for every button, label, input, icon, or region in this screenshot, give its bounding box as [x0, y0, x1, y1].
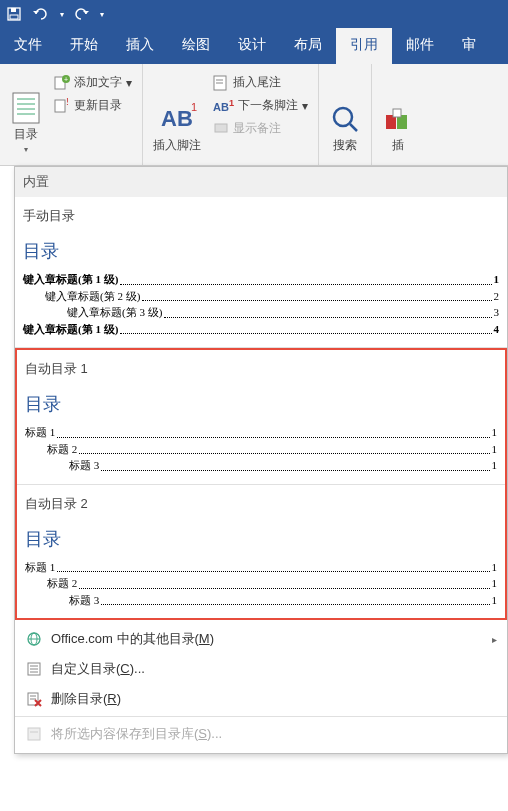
custom-toc[interactable]: 自定义目录(C)... [15, 654, 507, 684]
tab-design[interactable]: 设计 [224, 28, 280, 64]
separator [15, 716, 507, 717]
add-text-icon: + [54, 75, 70, 91]
tab-review[interactable]: 审 [448, 28, 490, 64]
ribbon-tabs: 文件 开始 插入 绘图 设计 布局 引用 邮件 审 [0, 28, 508, 64]
next-footnote-button[interactable]: AB1 下一条脚注 ▾ [209, 95, 312, 116]
svg-rect-32 [28, 728, 40, 740]
update-toc-icon: ! [54, 98, 70, 114]
chevron-down-icon: ▾ [126, 76, 132, 90]
toc-menu: Office.com 中的其他目录(M) ▸ 自定义目录(C)... 删除目录(… [15, 620, 507, 753]
toc-label: 目录 [14, 126, 38, 143]
save-gallery-icon [25, 725, 43, 743]
search-button[interactable]: 搜索 [325, 68, 365, 158]
chevron-down-icon: ▾ [302, 99, 308, 113]
save-icon[interactable] [6, 6, 22, 22]
svg-rect-2 [10, 15, 18, 19]
svg-point-17 [334, 108, 352, 126]
svg-rect-1 [11, 8, 16, 12]
gallery-auto-toc-1[interactable]: 自动目录 1 目录 标题 11 标题 21 标题 31 [17, 350, 505, 485]
gallery-manual-toc[interactable]: 手动目录 目录 键入章标题(第 1 级)1 键入章标题(第 2 级)2 键入章标… [15, 197, 507, 348]
show-notes-icon [213, 121, 229, 137]
gallery-auto-toc-2[interactable]: 自动目录 2 目录 标题 11 标题 21 标题 31 [17, 485, 505, 619]
insert-footnote-button[interactable]: AB 1 插入脚注 [149, 68, 205, 158]
insert-endnote-button[interactable]: 插入尾注 [209, 72, 312, 93]
toc-icon [10, 92, 42, 124]
tab-file[interactable]: 文件 [0, 28, 56, 64]
add-text-button[interactable]: + 添加文字 ▾ [50, 72, 136, 93]
undo-chevron-icon[interactable]: ▾ [60, 10, 64, 19]
chevron-down-icon: ▾ [24, 145, 28, 154]
group-footnotes: AB 1 插入脚注 插入尾注 AB1 下一条脚注 ▾ 显示备注 [143, 64, 319, 165]
office-more-toc[interactable]: Office.com 中的其他目录(M) ▸ [15, 624, 507, 654]
endnote-icon [213, 75, 229, 91]
tab-insert[interactable]: 插入 [112, 28, 168, 64]
toc-dropdown: 内置 手动目录 目录 键入章标题(第 1 级)1 键入章标题(第 2 级)2 键… [14, 166, 508, 754]
svg-rect-21 [393, 109, 401, 117]
insert-citation-button[interactable]: 插 [378, 68, 418, 158]
group-toc: 目录 ▾ + 添加文字 ▾ ! 更新目录 [0, 64, 143, 165]
custom-toc-icon [25, 660, 43, 678]
chevron-right-icon: ▸ [492, 634, 497, 645]
remove-toc-icon [25, 690, 43, 708]
svg-rect-3 [13, 93, 39, 123]
search-icon [329, 103, 361, 135]
group-trunc: 插 [372, 64, 424, 165]
tab-references[interactable]: 引用 [336, 28, 392, 64]
tab-home[interactable]: 开始 [56, 28, 112, 64]
citation-icon [382, 103, 414, 135]
update-toc-button[interactable]: ! 更新目录 [50, 95, 136, 116]
quick-access-toolbar: ▾ ▾ [6, 6, 104, 22]
manual-preview: 目录 键入章标题(第 1 级)1 键入章标题(第 2 级)2 键入章标题(第 3… [21, 235, 501, 341]
footnote-icon: AB 1 [161, 103, 193, 135]
globe-icon [25, 630, 43, 648]
qat-chevron-icon[interactable]: ▾ [100, 10, 104, 19]
titlebar: ▾ ▾ [0, 0, 508, 28]
tab-draw[interactable]: 绘图 [168, 28, 224, 64]
svg-rect-11 [55, 100, 65, 112]
toc-button[interactable]: 目录 ▾ [6, 68, 46, 158]
group-research: 搜索 [319, 64, 372, 165]
svg-rect-16 [215, 124, 227, 132]
svg-text:+: + [64, 76, 68, 83]
svg-text:!: ! [66, 98, 69, 107]
highlight-box: 自动目录 1 目录 标题 11 标题 21 标题 31 自动目录 2 目录 标题… [15, 348, 507, 620]
tab-mail[interactable]: 邮件 [392, 28, 448, 64]
builtin-header: 内置 [15, 167, 507, 197]
next-footnote-icon: AB1 [213, 98, 234, 113]
undo-icon[interactable] [32, 7, 50, 21]
remove-toc[interactable]: 删除目录(R) [15, 684, 507, 714]
svg-line-18 [350, 124, 357, 131]
save-selection-toc: 将所选内容保存到目录库(S)... [15, 719, 507, 749]
tab-layout[interactable]: 布局 [280, 28, 336, 64]
ribbon: 目录 ▾ + 添加文字 ▾ ! 更新目录 AB 1 [0, 64, 508, 166]
show-notes-button: 显示备注 [209, 118, 312, 139]
redo-icon[interactable] [74, 7, 90, 21]
